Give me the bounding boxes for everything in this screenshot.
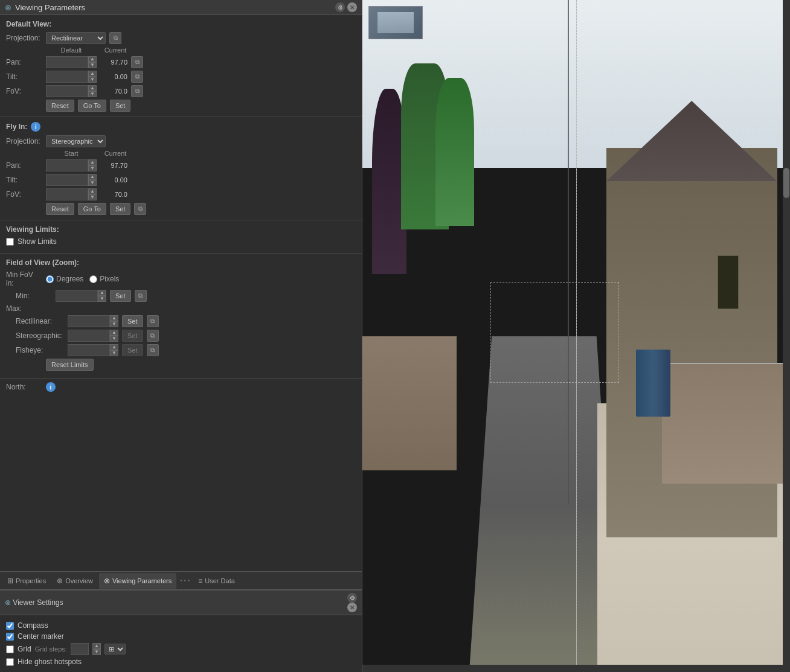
fly-in-section: Fly In: i Projection: Stereographic Rect…	[0, 117, 362, 220]
compass-checkbox[interactable]	[6, 622, 14, 630]
default-fov-spinner: ▲ ▼	[88, 85, 97, 97]
compass-row: Compass	[6, 621, 356, 630]
fov-min-set-button[interactable]: Set	[110, 290, 131, 302]
default-tilt-input[interactable]: 0.00°	[46, 71, 88, 83]
right-scrollbar-thumb[interactable]	[783, 168, 789, 198]
flyin-tilt-label: Tilt:	[6, 176, 42, 184]
hide-ghost-checkbox[interactable]	[6, 658, 14, 666]
fov-degrees-radio[interactable]	[46, 275, 54, 283]
flyin-set-button[interactable]: Set	[110, 203, 131, 215]
tab-viewing-parameters[interactable]: ⊗ Viewing Parameters	[99, 573, 176, 589]
fov-pixels-label: Pixels	[100, 275, 119, 283]
default-fov-up[interactable]: ▲	[88, 85, 97, 91]
default-projection-copy-button[interactable]: ⧉	[109, 32, 121, 44]
north-label: North:	[6, 383, 42, 391]
fov-max-rect-label: Rectilinear:	[16, 317, 64, 325]
flyin-tilt-down[interactable]: ▼	[88, 180, 97, 186]
fly-in-header: Fly In: i	[6, 122, 356, 132]
fov-max-fisheye-input[interactable]: 360.0°	[68, 344, 110, 356]
default-fov-input[interactable]: 70.0°	[46, 85, 88, 97]
default-set-button[interactable]: Set	[110, 100, 131, 112]
flyin-pan-input[interactable]: 0.00°	[46, 159, 88, 171]
fov-pixels-option[interactable]: Pixels	[89, 275, 119, 283]
fov-degrees-option[interactable]: Degrees	[46, 275, 83, 283]
fov-max-rect-set-button[interactable]: Set	[122, 315, 143, 327]
grid-steps-down[interactable]: ▼	[92, 649, 101, 655]
flyin-tilt-input-wrap: -90.00° ▲ ▼	[46, 174, 97, 186]
grid-type-select[interactable]: ⊞	[104, 644, 126, 654]
viewer-settings-close-button[interactable]: ✕	[347, 603, 357, 612]
viewer-settings-title: ⊗ Viewer Settings	[5, 598, 63, 607]
viewing-params-config-button[interactable]: ⚙	[335, 2, 345, 12]
default-tilt-copy-button[interactable]: ⧉	[131, 71, 143, 83]
fov-max-fisheye-copy-button[interactable]: ⧉	[147, 344, 159, 356]
fov-max-stereo-spinner: ▲ ▼	[110, 330, 118, 342]
fov-max-fisheye-set-button[interactable]: Set	[122, 344, 143, 356]
default-pan-input[interactable]: 97.70°	[46, 56, 88, 68]
default-col-current-header: Current	[100, 46, 130, 54]
viewing-params-title: ⊗ Viewing Parameters	[5, 3, 85, 12]
default-goto-button[interactable]: Go To	[78, 100, 106, 112]
show-limits-checkbox[interactable]	[6, 238, 14, 246]
center-marker-checkbox[interactable]	[6, 633, 14, 641]
default-pan-up[interactable]: ▲	[88, 56, 97, 62]
grid-checkbox[interactable]	[6, 645, 14, 653]
flyin-tilt-input[interactable]: -90.00°	[46, 174, 88, 186]
fov-min-label: Min:	[16, 292, 52, 300]
grid-steps-up[interactable]: ▲	[92, 643, 101, 649]
viewing-params-close-button[interactable]: ✕	[347, 2, 357, 12]
fov-max-stereo-input[interactable]: 270.0°	[68, 330, 110, 342]
flyin-fov-label: FoV:	[6, 190, 42, 199]
default-pan-copy-button[interactable]: ⧉	[131, 56, 143, 68]
viewer-settings-config-button[interactable]: ⚙	[347, 593, 357, 603]
flyin-action-row: Reset Go To Set ⧉	[6, 203, 356, 215]
fov-max-rect-input[interactable]: 120.0°	[68, 315, 110, 327]
fov-max-fisheye-up[interactable]: ▲	[110, 344, 118, 350]
grid-steps-input[interactable]: 3	[71, 643, 89, 655]
default-pan-down[interactable]: ▼	[88, 62, 97, 68]
fov-max-rect-up[interactable]: ▲	[110, 315, 118, 321]
flyin-col-headers: Start Current	[6, 150, 356, 157]
default-fov-input-wrap: 70.0° ▲ ▼	[46, 85, 97, 97]
default-reset-button[interactable]: Reset	[46, 100, 74, 112]
flyin-tilt-up[interactable]: ▲	[88, 174, 97, 180]
default-fov-down[interactable]: ▼	[88, 91, 97, 97]
default-projection-select[interactable]: Rectilinear Stereographic Fisheye	[46, 32, 106, 44]
tab-bar: ⊞ Properties ⊕ Overview ⊗ Viewing Parame…	[0, 571, 362, 589]
default-tilt-up[interactable]: ▲	[88, 71, 97, 77]
flyin-fov-input[interactable]: 170.0°	[46, 188, 88, 200]
default-fov-copy-button[interactable]: ⧉	[131, 85, 143, 97]
fov-max-stereo-up[interactable]: ▲	[110, 330, 118, 336]
flyin-pan-up[interactable]: ▲	[88, 159, 97, 165]
fov-min-row: Min: 5.0° ▲ ▼ Set ⧉	[6, 290, 356, 302]
flyin-reset-button[interactable]: Reset	[46, 203, 74, 215]
fov-max-rect-down[interactable]: ▼	[110, 321, 118, 327]
tab-properties[interactable]: ⊞ Properties	[2, 573, 51, 589]
fov-min-down[interactable]: ▼	[98, 296, 106, 302]
tab-user-data[interactable]: ≡ User Data	[193, 573, 240, 589]
flyin-fov-up[interactable]: ▲	[88, 188, 97, 194]
right-scrollbar-track[interactable]	[783, 0, 790, 672]
fov-max-rect-copy-button[interactable]: ⧉	[147, 315, 159, 327]
flyin-goto-button[interactable]: Go To	[78, 203, 106, 215]
fov-min-up[interactable]: ▲	[98, 290, 106, 296]
tab-overview[interactable]: ⊕ Overview	[52, 573, 98, 589]
flyin-pan-down[interactable]: ▼	[88, 165, 97, 171]
flyin-fov-down[interactable]: ▼	[88, 194, 97, 200]
reset-limits-button[interactable]: Reset Limits	[46, 359, 94, 371]
fov-max-stereo-copy-button[interactable]: ⧉	[147, 330, 159, 342]
show-limits-row: Show Limits	[6, 237, 356, 246]
fov-max-stereo-down[interactable]: ▼	[110, 336, 118, 342]
flyin-fov-input-wrap: 170.0° ▲ ▼	[46, 188, 97, 200]
fov-max-fisheye-down[interactable]: ▼	[110, 350, 118, 356]
fov-max-stereo-set-button[interactable]: Set	[122, 330, 143, 342]
viewing-limits-header: Viewing Limits:	[6, 225, 356, 234]
fov-min-input[interactable]: 5.0°	[56, 290, 98, 302]
flyin-copy-button[interactable]: ⧉	[134, 203, 146, 215]
flyin-projection-select[interactable]: Stereographic Rectilinear Fisheye	[46, 135, 106, 147]
default-tilt-down[interactable]: ▼	[88, 77, 97, 83]
fov-min-copy-button[interactable]: ⧉	[135, 290, 147, 302]
fov-section: Field of View (Zoom): Min FoV in: Degree…	[0, 254, 362, 379]
fov-pixels-radio[interactable]	[89, 275, 97, 283]
bottom-scrollbar-track[interactable]	[362, 665, 783, 672]
